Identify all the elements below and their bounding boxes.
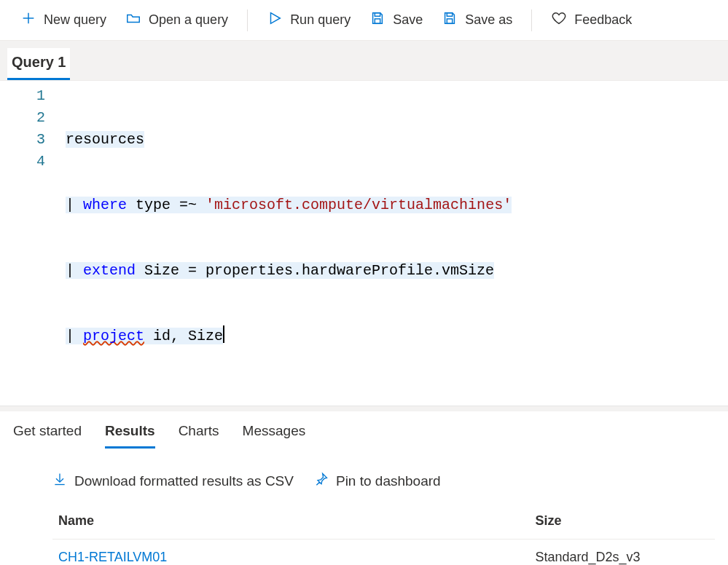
column-header-name[interactable]: Name bbox=[52, 503, 529, 540]
svg-rect-3 bbox=[375, 13, 380, 17]
new-query-button[interactable]: New query bbox=[13, 4, 114, 36]
line-number: 2 bbox=[0, 107, 45, 129]
code-keyword: extend bbox=[83, 262, 136, 279]
code-keyword: where bbox=[83, 197, 127, 213]
tab-charts[interactable]: Charts bbox=[179, 423, 219, 449]
download-csv-button[interactable]: Download formatted results as CSV bbox=[52, 472, 294, 490]
code-token: | bbox=[66, 262, 83, 279]
code-keyword: project bbox=[83, 328, 144, 344]
svg-rect-6 bbox=[447, 19, 453, 23]
results-actions: Download formatted results as CSV Pin to… bbox=[0, 449, 728, 503]
save-label: Save bbox=[393, 12, 423, 28]
save-button[interactable]: Save bbox=[362, 4, 430, 36]
save-as-icon bbox=[442, 10, 458, 30]
pin-to-dashboard-button[interactable]: Pin to dashboard bbox=[314, 472, 441, 490]
tab-get-started[interactable]: Get started bbox=[13, 423, 82, 449]
text-caret bbox=[223, 325, 224, 343]
download-icon bbox=[52, 472, 67, 490]
table-row: CH1-RETAILVM01Standard_D2s_v3 bbox=[52, 540, 715, 566]
toolbar: New query Open a query Run query Save Sa… bbox=[0, 0, 728, 41]
line-gutter: 1 2 3 4 bbox=[0, 85, 66, 391]
new-query-label: New query bbox=[44, 12, 106, 28]
run-query-label: Run query bbox=[290, 12, 351, 28]
results-tabs: Get started Results Charts Messages bbox=[0, 411, 728, 449]
column-header-size[interactable]: Size bbox=[529, 503, 715, 540]
tab-messages[interactable]: Messages bbox=[243, 423, 306, 449]
pin-icon bbox=[314, 472, 329, 490]
tab-results[interactable]: Results bbox=[105, 423, 155, 449]
code-token: type =~ bbox=[127, 197, 206, 213]
code-token: | bbox=[66, 197, 83, 213]
header-label: Name bbox=[58, 513, 94, 528]
code-token: Size = properties.hardwareProfile.vmSize bbox=[136, 262, 494, 279]
code-editor[interactable]: 1 2 3 4 resources | where type =~ 'micro… bbox=[0, 81, 728, 406]
code-body[interactable]: resources | where type =~ 'microsoft.com… bbox=[66, 85, 728, 391]
plus-icon bbox=[20, 10, 36, 30]
svg-rect-5 bbox=[447, 13, 453, 17]
query-tab-1[interactable]: Query 1 bbox=[7, 48, 70, 80]
code-token: id, Size bbox=[144, 328, 223, 344]
toolbar-separator bbox=[247, 9, 248, 31]
line-number: 3 bbox=[0, 129, 45, 151]
cell-name: CH1-RETAILVM01 bbox=[52, 540, 529, 566]
line-number: 4 bbox=[0, 151, 45, 173]
play-icon bbox=[267, 10, 283, 30]
run-query-button[interactable]: Run query bbox=[259, 4, 358, 36]
code-token: resources bbox=[66, 131, 144, 148]
code-token: | bbox=[66, 328, 83, 344]
svg-marker-2 bbox=[271, 13, 281, 24]
splitter[interactable] bbox=[0, 406, 728, 411]
code-string: 'microsoft.compute/virtualmachines' bbox=[206, 197, 512, 213]
cell-size: Standard_D2s_v3 bbox=[529, 540, 715, 566]
resource-link[interactable]: CH1-RETAILVM01 bbox=[58, 550, 167, 564]
open-query-label: Open a query bbox=[149, 12, 228, 28]
save-as-button[interactable]: Save as bbox=[434, 4, 520, 36]
download-csv-label: Download formatted results as CSV bbox=[74, 473, 294, 489]
results-table-wrap: Name Size CH1-RETAILVM01Standard_D2s_v3C… bbox=[0, 503, 728, 565]
table-header-row: Name Size bbox=[52, 503, 715, 540]
folder-icon bbox=[125, 10, 141, 30]
line-number: 1 bbox=[0, 85, 45, 107]
save-icon bbox=[369, 10, 385, 30]
header-label: Size bbox=[535, 513, 561, 528]
query-tabstrip: Query 1 bbox=[0, 41, 728, 81]
query-tab-label: Query 1 bbox=[12, 54, 66, 70]
tab-label: Messages bbox=[243, 423, 306, 438]
tab-label: Results bbox=[105, 423, 155, 438]
results-table: Name Size CH1-RETAILVM01Standard_D2s_v3C… bbox=[52, 503, 715, 565]
save-as-label: Save as bbox=[465, 12, 512, 28]
toolbar-separator bbox=[531, 9, 532, 31]
open-query-button[interactable]: Open a query bbox=[118, 4, 235, 36]
tab-label: Get started bbox=[13, 423, 82, 438]
pin-label: Pin to dashboard bbox=[336, 473, 441, 489]
tab-label: Charts bbox=[179, 423, 219, 438]
feedback-label: Feedback bbox=[574, 12, 632, 28]
heart-icon bbox=[551, 10, 567, 30]
feedback-button[interactable]: Feedback bbox=[544, 4, 639, 36]
svg-rect-4 bbox=[375, 19, 380, 23]
